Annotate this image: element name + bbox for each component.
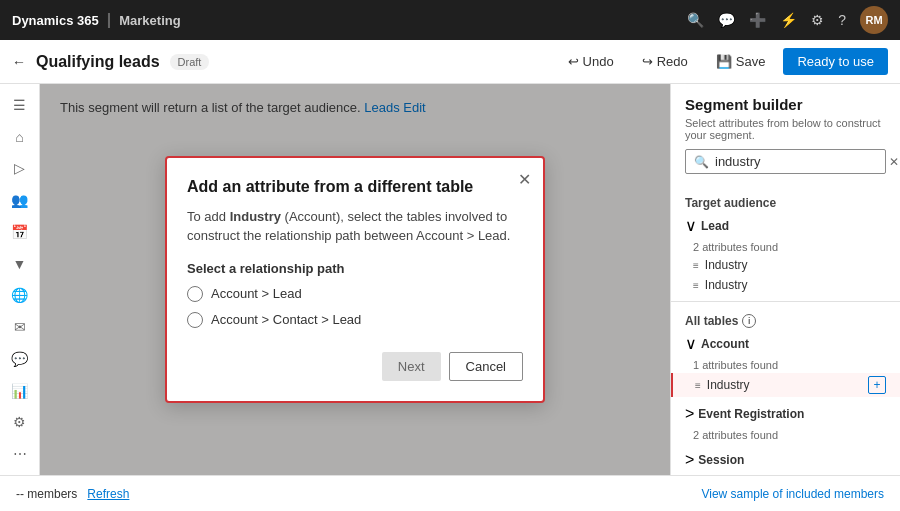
- lead-industry-item-1[interactable]: ≡ Industry: [671, 255, 900, 275]
- chat-icon[interactable]: 💬: [718, 12, 735, 28]
- event-group-count: 2 attributes found: [671, 427, 900, 443]
- session-group-name: Session: [698, 453, 744, 467]
- sidebar-icon-people[interactable]: 👥: [4, 187, 36, 213]
- save-button[interactable]: 💾 Save: [706, 49, 776, 74]
- target-audience-label: Target audience: [671, 190, 900, 212]
- divider: [671, 301, 900, 302]
- sidebar-icon-globe[interactable]: 🌐: [4, 283, 36, 309]
- brand-name: Dynamics 365: [12, 13, 99, 28]
- back-button[interactable]: ←: [12, 54, 26, 70]
- bottom-bar: -- members Refresh View sample of includ…: [0, 475, 900, 511]
- lead-industry-label-1: Industry: [705, 258, 748, 272]
- event-group-name: Event Registration: [698, 407, 804, 421]
- main-layout: ☰ ⌂ ▷ 👥 📅 ▼ 🌐 ✉ 💬 📊 ⚙ ⋯ This segment wil…: [0, 84, 900, 475]
- modal-title: Add an attribute from a different table: [187, 178, 523, 196]
- radio-label-1: Account > Lead: [211, 286, 302, 301]
- all-tables-label-text: All tables: [685, 314, 738, 328]
- account-group-header[interactable]: ∨ Account: [671, 330, 900, 357]
- filter-icon[interactable]: ⚡: [780, 12, 797, 28]
- brand-logo: Dynamics 365 | Marketing: [12, 11, 181, 29]
- account-group-name: Account: [701, 337, 749, 351]
- session-group-count: 1 attributes found: [671, 473, 900, 475]
- modal-overlay: ✕ Add an attribute from a different tabl…: [40, 84, 670, 475]
- clear-search-icon[interactable]: ✕: [889, 155, 899, 169]
- radio-group: Account > Lead Account > Contact > Lead: [187, 286, 523, 328]
- top-navigation: Dynamics 365 | Marketing 🔍 💬 ➕ ⚡ ⚙ ? RM: [0, 0, 900, 40]
- lead-industry-label-2: Industry: [705, 278, 748, 292]
- lead-industry-item-2[interactable]: ≡ Industry: [671, 275, 900, 295]
- event-chevron-icon: >: [685, 405, 694, 423]
- account-industry-item[interactable]: ≡ Industry +: [671, 373, 900, 397]
- session-chevron-icon: >: [685, 451, 694, 469]
- help-icon[interactable]: ?: [838, 12, 846, 28]
- event-registration-group: > Event Registration 2 attributes found: [671, 401, 900, 443]
- attr-table-icon-1: ≡: [693, 260, 699, 271]
- account-chevron-icon: ∨: [685, 334, 697, 353]
- left-sidebar: ☰ ⌂ ▷ 👥 📅 ▼ 🌐 ✉ 💬 📊 ⚙ ⋯: [0, 84, 40, 475]
- account-group-count: 1 attributes found: [671, 357, 900, 373]
- refresh-link[interactable]: Refresh: [87, 487, 129, 501]
- panel-content: Target audience ∨ Lead 2 attributes foun…: [671, 190, 900, 475]
- sidebar-icon-more[interactable]: ⋯: [4, 441, 36, 467]
- sidebar-icon-events[interactable]: 📅: [4, 219, 36, 245]
- redo-button[interactable]: ↪ Redo: [632, 49, 698, 74]
- all-tables-section: All tables i: [671, 308, 900, 330]
- page-title: Qualifying leads: [36, 53, 160, 71]
- radio-input-1[interactable]: [187, 286, 203, 302]
- session-group-header[interactable]: > Session: [671, 447, 900, 473]
- radio-option-1[interactable]: Account > Lead: [187, 286, 523, 302]
- sidebar-icon-settings2[interactable]: ⚙: [4, 410, 36, 436]
- cancel-button[interactable]: Cancel: [449, 352, 523, 381]
- radio-input-2[interactable]: [187, 312, 203, 328]
- members-count: -- members: [16, 487, 77, 501]
- lead-group-header[interactable]: ∨ Lead: [671, 212, 900, 239]
- search-input[interactable]: [715, 154, 883, 169]
- account-group: ∨ Account 1 attributes found ≡ Industry …: [671, 330, 900, 397]
- next-button[interactable]: Next: [382, 352, 441, 381]
- search-box[interactable]: 🔍 ✕: [685, 149, 886, 174]
- sidebar-icon-reports[interactable]: 📊: [4, 378, 36, 404]
- info-icon[interactable]: i: [742, 314, 756, 328]
- sidebar-icon-play[interactable]: ▷: [4, 156, 36, 182]
- add-icon[interactable]: ➕: [749, 12, 766, 28]
- attr-table-icon-2: ≡: [693, 280, 699, 291]
- content-area: This segment will return a list of the t…: [40, 84, 670, 475]
- sidebar-icon-filter[interactable]: ▼: [4, 251, 36, 277]
- sidebar-icon-menu[interactable]: ☰: [4, 92, 36, 118]
- attr-table-icon-3: ≡: [695, 380, 701, 391]
- account-industry-label: Industry: [707, 378, 750, 392]
- panel-title: Segment builder: [685, 96, 886, 113]
- sidebar-icon-home[interactable]: ⌂: [4, 124, 36, 150]
- settings-icon[interactable]: ⚙: [811, 12, 824, 28]
- event-group-header[interactable]: > Event Registration: [671, 401, 900, 427]
- top-nav-actions: 🔍 💬 ➕ ⚡ ⚙ ? RM: [687, 6, 888, 34]
- sub-navigation: ← Qualifying leads Draft ↩ Undo ↪ Redo 💾…: [0, 40, 900, 84]
- panel-subtitle: Select attributes from below to construc…: [685, 117, 886, 141]
- lead-group-name: Lead: [701, 219, 729, 233]
- search-icon: 🔍: [694, 155, 709, 169]
- radio-option-2[interactable]: Account > Contact > Lead: [187, 312, 523, 328]
- nav-module: Marketing: [119, 13, 180, 28]
- lead-chevron-icon: ∨: [685, 216, 697, 235]
- lead-group: ∨ Lead 2 attributes found ≡ Industry ≡ I…: [671, 212, 900, 295]
- right-panel: Segment builder Select attributes from b…: [670, 84, 900, 475]
- draft-badge: Draft: [170, 54, 210, 70]
- modal-actions: Next Cancel: [187, 352, 523, 381]
- relationship-path-modal: ✕ Add an attribute from a different tabl…: [165, 156, 545, 402]
- modal-section-label: Select a relationship path: [187, 261, 523, 276]
- ready-to-use-button[interactable]: Ready to use: [783, 48, 888, 75]
- panel-header: Segment builder Select attributes from b…: [671, 84, 900, 190]
- sidebar-icon-chat[interactable]: 💬: [4, 346, 36, 372]
- modal-description: To add Industry (Account), select the ta…: [187, 208, 523, 244]
- modal-close-button[interactable]: ✕: [518, 170, 531, 189]
- undo-button[interactable]: ↩ Undo: [558, 49, 624, 74]
- nav-separator: |: [107, 11, 111, 29]
- sidebar-icon-envelope[interactable]: ✉: [4, 314, 36, 340]
- search-nav-icon[interactable]: 🔍: [687, 12, 704, 28]
- view-sample-link[interactable]: View sample of included members: [701, 487, 884, 501]
- user-avatar[interactable]: RM: [860, 6, 888, 34]
- add-attribute-button[interactable]: +: [868, 376, 886, 394]
- modal-desc-bold: Industry: [230, 209, 281, 224]
- radio-label-2: Account > Contact > Lead: [211, 312, 361, 327]
- lead-group-count: 2 attributes found: [671, 239, 900, 255]
